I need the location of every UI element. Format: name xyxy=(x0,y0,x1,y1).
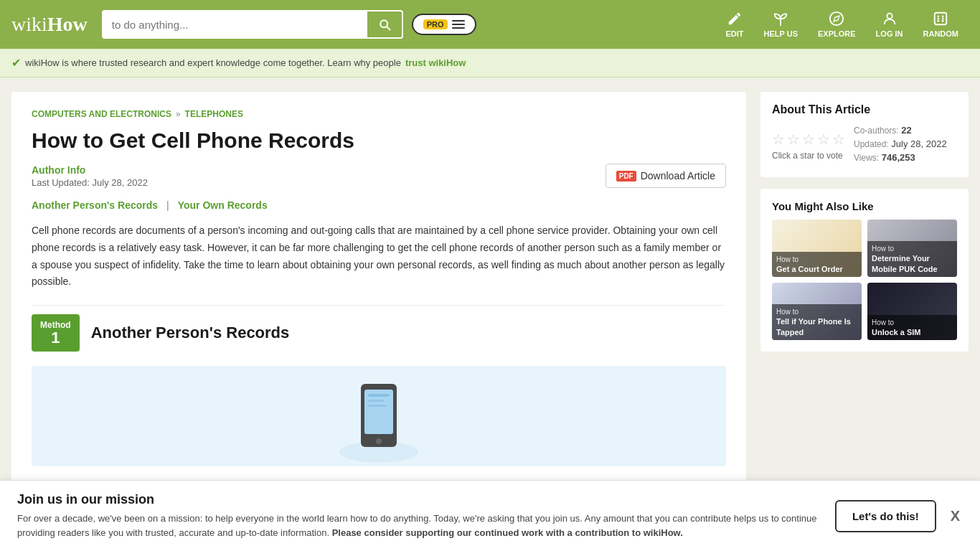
might-also-like-card: You Might Also Like How to Get a Court O… xyxy=(760,189,969,352)
related-item-0[interactable]: How to Get a Court Order xyxy=(772,220,862,277)
pro-button[interactable]: PRO xyxy=(412,14,476,35)
main-layout: COMPUTERS AND ELECTRONICS » TELEPHONES H… xyxy=(0,77,980,498)
person-icon xyxy=(882,11,897,27)
related-title-1: Determine Your Mobile PUK Code xyxy=(872,253,953,274)
stars[interactable]: ☆ ☆ ☆ ☆ ☆ xyxy=(772,131,845,148)
related-how-1: How to xyxy=(872,244,953,253)
article-main: COMPUTERS AND ELECTRONICS » TELEPHONES H… xyxy=(11,92,746,484)
search-form xyxy=(102,10,403,39)
click-vote-text: Click a star to vote xyxy=(772,151,845,161)
sprout-icon xyxy=(773,11,788,27)
banner-title: Join us in our mission xyxy=(17,492,824,498)
views-value: 746,253 xyxy=(882,152,915,163)
star-5[interactable]: ☆ xyxy=(832,131,845,148)
trust-check-icon: ✔ xyxy=(11,56,21,70)
might-also-like-title: You Might Also Like xyxy=(772,200,957,212)
svg-point-1 xyxy=(887,14,892,19)
svg-rect-15 xyxy=(368,405,387,407)
article-title: How to Get Cell Phone Records xyxy=(32,128,726,154)
search-icon xyxy=(377,17,392,32)
article-stats: Co-authors: 22 Updated: July 28, 2022 Vi… xyxy=(854,125,947,166)
svg-point-8 xyxy=(942,18,944,20)
svg-rect-13 xyxy=(368,394,390,397)
trust-bar: ✔ wikiHow is where trusted research and … xyxy=(0,49,980,77)
pencil-icon xyxy=(727,11,743,27)
svg-point-7 xyxy=(938,18,940,20)
svg-point-0 xyxy=(830,12,843,25)
nav-help-us[interactable]: HELP US xyxy=(754,5,808,44)
breadcrumb-computers[interactable]: COMPUTERS AND ELECTRONICS xyxy=(32,109,171,119)
svg-rect-14 xyxy=(368,400,384,402)
hamburger-icon xyxy=(452,20,465,29)
method-badge: Method 1 xyxy=(32,314,80,352)
method-image xyxy=(32,366,726,466)
nav-help-label: HELP US xyxy=(764,29,798,38)
trust-link[interactable]: trust wikiHow xyxy=(405,57,466,68)
nav-your-own-records[interactable]: Your Own Records xyxy=(178,199,268,211)
method-number: 1 xyxy=(40,330,71,346)
nav-icons: EDIT HELP US EXPLORE LOG IN xyxy=(715,5,969,44)
svg-point-3 xyxy=(938,15,940,17)
article-meta: Author Info Last Updated: July 28, 2022 … xyxy=(32,164,726,188)
breadcrumb: COMPUTERS AND ELECTRONICS » TELEPHONES xyxy=(32,109,726,119)
about-title: About This Article xyxy=(772,103,957,116)
nav-edit[interactable]: EDIT xyxy=(715,5,753,44)
related-overlay-3: How to Unlock a SIM xyxy=(867,315,957,340)
logo-wiki: wiki xyxy=(11,13,47,36)
star-4[interactable]: ☆ xyxy=(817,131,830,148)
bottom-banner: Join us in our mission For over a decade… xyxy=(0,480,980,498)
updated-label: Updated: xyxy=(854,139,889,149)
updated-value: July 28, 2022 xyxy=(891,138,946,149)
stars-row: ☆ ☆ ☆ ☆ ☆ Click a star to vote Co-author… xyxy=(772,125,957,166)
related-how-3: How to xyxy=(872,318,953,327)
related-title-0: Get a Court Order xyxy=(776,264,857,274)
nav-random[interactable]: RANDOM xyxy=(913,5,969,44)
nav-login[interactable]: LOG IN xyxy=(866,5,913,44)
views-label: Views: xyxy=(854,153,879,163)
nav-login-label: LOG IN xyxy=(876,29,903,38)
star-3[interactable]: ☆ xyxy=(802,131,815,148)
nav-another-persons-records[interactable]: Another Person's Records xyxy=(32,199,158,211)
related-grid: How to Get a Court Order How to Determin… xyxy=(772,220,957,340)
related-how-2: How to xyxy=(776,307,857,316)
related-title-2: Tell if Your Phone Is Tapped xyxy=(776,316,857,337)
star-2[interactable]: ☆ xyxy=(787,131,800,148)
download-article-button[interactable]: PDF Download Article xyxy=(606,164,726,188)
star-1[interactable]: ☆ xyxy=(772,131,785,148)
download-label: Download Article xyxy=(641,170,715,182)
search-button[interactable] xyxy=(367,11,402,37)
svg-point-5 xyxy=(938,20,940,22)
related-item-1[interactable]: How to Determine Your Mobile PUK Code xyxy=(867,220,957,277)
trust-text-before: wikiHow is where trusted research and ex… xyxy=(25,57,401,68)
nav-sep: | xyxy=(166,199,169,211)
breadcrumb-sep: » xyxy=(176,109,181,119)
svg-point-12 xyxy=(376,438,382,444)
svg-rect-2 xyxy=(935,13,947,25)
sidebar: About This Article ☆ ☆ ☆ ☆ ☆ Click a sta… xyxy=(760,92,969,484)
breadcrumb-telephones[interactable]: TELEPHONES xyxy=(185,109,243,119)
related-overlay-2: How to Tell if Your Phone Is Tapped xyxy=(772,304,862,340)
related-title-3: Unlock a SIM xyxy=(872,327,953,337)
search-input[interactable] xyxy=(103,13,367,37)
last-updated: Last Updated: July 28, 2022 xyxy=(32,177,148,188)
method-header: Method 1 Another Person's Records xyxy=(32,305,726,360)
related-overlay-1: How to Determine Your Mobile PUK Code xyxy=(867,241,957,277)
phone-illustration xyxy=(336,369,422,463)
related-item-3[interactable]: How to Unlock a SIM xyxy=(867,283,957,340)
banner-text-col: Join us in our mission For over a decade… xyxy=(17,492,824,498)
svg-point-6 xyxy=(942,20,944,22)
dice-icon xyxy=(933,11,948,27)
related-item-2[interactable]: How to Tell if Your Phone Is Tapped xyxy=(772,283,862,340)
site-logo[interactable]: wikiHow xyxy=(11,13,88,36)
pdf-icon: PDF xyxy=(616,171,636,182)
article-nav-links: Another Person's Records | Your Own Reco… xyxy=(32,199,726,211)
svg-point-4 xyxy=(942,15,944,17)
about-article-card: About This Article ☆ ☆ ☆ ☆ ☆ Click a sta… xyxy=(760,92,969,177)
article-description: Cell phone records are documents of a pe… xyxy=(32,222,726,291)
author-info[interactable]: Author Info xyxy=(32,164,148,176)
nav-random-label: RANDOM xyxy=(923,29,959,38)
pro-badge: PRO xyxy=(423,19,448,29)
nav-explore[interactable]: EXPLORE xyxy=(808,5,866,44)
site-header: wikiHow PRO EDIT HELP U xyxy=(0,0,980,49)
coauthors-label: Co-authors: xyxy=(854,126,899,136)
